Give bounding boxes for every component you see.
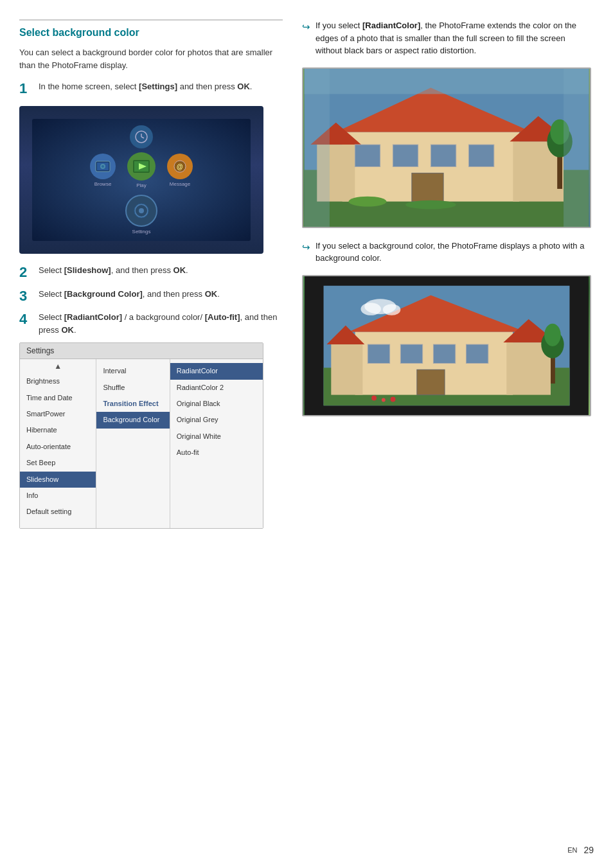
menu-item-smartpower[interactable]: SmartPower — [20, 406, 96, 422]
menu-item-interval[interactable]: Interval — [96, 363, 169, 379]
col1-arrow: ▲ — [20, 359, 96, 373]
section-title: Select background color — [19, 19, 283, 39]
step-2: 2 Select [Slideshow], and then press OK. — [19, 264, 283, 281]
svg-point-52 — [544, 323, 561, 346]
menu-item-shuffle[interactable]: Shuffle — [96, 380, 169, 396]
svg-rect-47 — [433, 344, 455, 363]
step-2-text: Select [Slideshow], and then press OK. — [39, 264, 188, 277]
svg-rect-46 — [400, 344, 422, 363]
svg-line-2 — [141, 137, 144, 138]
svg-point-58 — [383, 304, 400, 315]
settings-menu: Settings ▲ Brightness Time and Date Smar… — [19, 342, 263, 529]
menu-item-brightness[interactable]: Brightness — [20, 373, 96, 389]
menu-item-originalgrey[interactable]: Original Grey — [170, 412, 263, 428]
menu-item-timedate[interactable]: Time and Date — [20, 390, 96, 406]
step-3-num: 3 — [19, 288, 39, 305]
svg-rect-45 — [368, 344, 389, 363]
menu-item-originalwhite[interactable]: Original White — [170, 429, 263, 445]
step-1-text: In the home screen, select [Settings] an… — [39, 80, 252, 93]
right-text-2: If you select a background color, the Ph… — [315, 240, 594, 265]
menu-item-defaultsetting[interactable]: Default setting — [20, 504, 96, 520]
menu-item-radiantcolor2[interactable]: RadiantColor 2 — [170, 380, 263, 396]
step-4: 4 Select [RadiantColor] / a background c… — [19, 311, 283, 336]
svg-rect-23 — [355, 145, 380, 166]
svg-rect-48 — [466, 344, 488, 363]
step-4-num: 4 — [19, 311, 39, 328]
lang-label: EN — [567, 846, 577, 854]
step-1: 1 In the home screen, select [Settings] … — [19, 80, 283, 97]
menu-item-slideshow[interactable]: Slideshow — [20, 472, 96, 488]
svg-point-6 — [102, 165, 104, 168]
arrow-symbol-1: ↪ — [302, 20, 310, 35]
svg-point-53 — [371, 395, 377, 400]
step-3: 3 Select [Background Color], and then pr… — [19, 288, 283, 305]
svg-rect-41 — [331, 344, 362, 395]
svg-text:@: @ — [177, 163, 183, 170]
svg-point-32 — [405, 200, 456, 209]
svg-rect-49 — [417, 369, 445, 394]
menu-item-transition[interactable]: Transition Effect — [96, 396, 169, 412]
photo-house-1 — [302, 67, 591, 228]
intro-text: You can select a background border color… — [19, 46, 283, 71]
svg-point-57 — [360, 303, 380, 315]
page-number: 29 — [583, 845, 594, 855]
svg-rect-24 — [393, 145, 418, 166]
settings-col2: Interval Shuffle Transition Effect Backg… — [96, 359, 170, 528]
menu-item-originalblack[interactable]: Original Black — [170, 396, 263, 412]
settings-col1: ▲ Brightness Time and Date SmartPower Hi… — [20, 359, 96, 528]
menu-item-info[interactable]: Info — [20, 488, 96, 504]
svg-rect-34 — [305, 69, 330, 227]
svg-point-13 — [139, 208, 144, 213]
svg-point-54 — [382, 398, 386, 402]
right-arrow-text-1: ↪ If you select [RadiantColor], the Phot… — [302, 19, 594, 57]
svg-rect-27 — [412, 173, 443, 201]
step-2-num: 2 — [19, 264, 39, 281]
step-3-text: Select [Background Color], and then pres… — [39, 288, 220, 301]
menu-item-hibernate[interactable]: Hibernate — [20, 422, 96, 438]
svg-rect-25 — [431, 145, 456, 166]
svg-point-31 — [348, 196, 386, 206]
menu-item-autoorientate[interactable]: Auto-orientate — [20, 439, 96, 455]
right-column: ↪ If you select [RadiantColor], the Phot… — [296, 19, 594, 849]
right-arrow-text-2: ↪ If you select a background color, the … — [302, 240, 594, 265]
step-4-text: Select [RadiantColor] / a background col… — [39, 311, 283, 336]
right-text-1: If you select [RadiantColor], the PhotoF… — [315, 19, 594, 57]
menu-item-bgcolor[interactable]: Background Color — [96, 412, 169, 428]
photo-house-2 — [302, 275, 591, 416]
menu-item-radiantcolor[interactable]: RadiantColor — [170, 363, 263, 379]
device-screenshot: Browse Play — [19, 106, 263, 254]
menu-item-setbeep[interactable]: Set Beep — [20, 455, 96, 471]
step-1-num: 1 — [19, 80, 39, 97]
arrow-symbol-2: ↪ — [302, 240, 310, 255]
svg-rect-26 — [468, 145, 493, 166]
settings-col3: RadiantColor RadiantColor 2 Original Bla… — [170, 359, 263, 528]
page-footer: EN 29 — [567, 845, 594, 855]
svg-rect-33 — [305, 69, 589, 94]
svg-rect-35 — [564, 69, 589, 227]
menu-item-autofit[interactable]: Auto-fit — [170, 445, 263, 461]
svg-point-55 — [391, 396, 396, 402]
settings-menu-header: Settings — [20, 343, 263, 359]
